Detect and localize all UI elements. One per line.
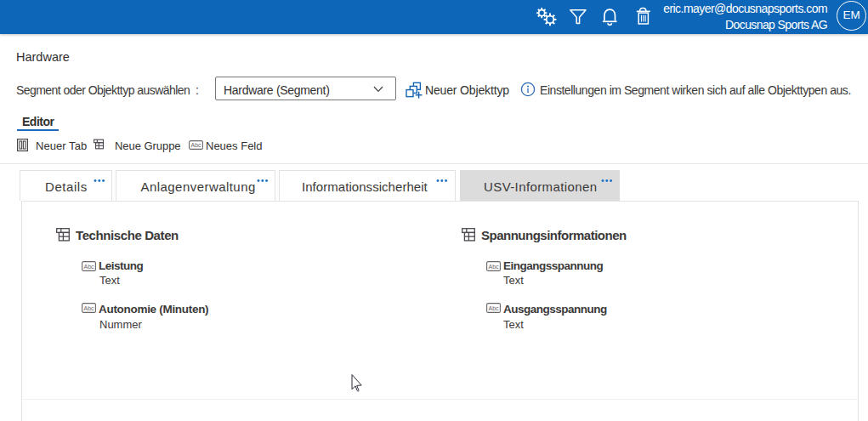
svg-text:Abc: Abc [488,264,499,270]
svg-text:Abc: Abc [190,142,201,148]
svg-text:Abc: Abc [83,305,94,311]
svg-text:Abc: Abc [488,305,499,311]
svg-text:Abc: Abc [83,264,94,270]
